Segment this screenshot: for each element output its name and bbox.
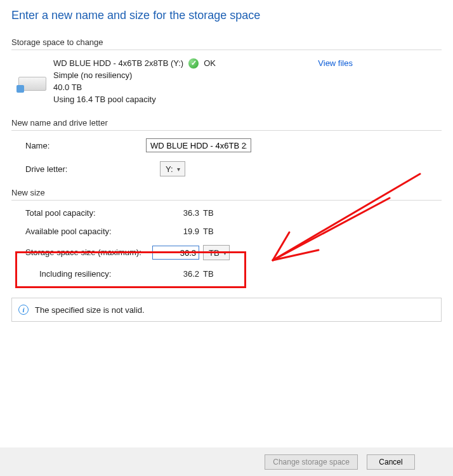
space-capacity: 40.0 TB (53, 82, 442, 94)
checkmark-icon: ✓ (188, 58, 199, 69)
chevron-down-icon: ▾ (177, 166, 180, 173)
info-icon: i (18, 305, 29, 315)
drive-letter-value: Y: (166, 164, 173, 174)
drive-icon (18, 77, 46, 91)
drive-letter-label: Drive letter: (25, 164, 146, 174)
view-files-link[interactable]: View files (318, 58, 353, 70)
including-resiliency-unit: TB (203, 269, 241, 279)
name-label: Name: (25, 141, 146, 150)
drive-letter-select[interactable]: Y: ▾ (160, 161, 185, 176)
space-resiliency: Simple (no resiliency) (53, 70, 442, 82)
name-input[interactable] (146, 138, 251, 152)
divider (11, 200, 442, 201)
divider (11, 50, 442, 50)
space-usage: Using 16.4 TB pool capacity (53, 94, 442, 106)
including-resiliency-value: 36.2 (152, 269, 203, 279)
page-title: Enter a new name and size for the storag… (11, 9, 442, 22)
including-resiliency-label: Including resiliency: (25, 269, 152, 279)
divider (11, 130, 442, 131)
space-status: OK (204, 58, 216, 70)
cancel-button[interactable]: Cancel (367, 454, 415, 470)
change-storage-space-button: Change storage space (265, 454, 358, 470)
total-pool-value: 36.3 (152, 208, 203, 218)
available-pool-unit: TB (203, 227, 241, 236)
max-size-label: Storage space size (maximum): (25, 248, 152, 258)
space-name: WD BLUE HDD - 4x6TB 2x8TB (Y:) (53, 58, 183, 70)
info-text: The specified size is not valid. (35, 305, 145, 315)
section-header-change: Storage space to change (11, 37, 442, 47)
chevron-down-icon: ▾ (223, 249, 226, 256)
info-bar: i The specified size is not valid. (11, 298, 442, 322)
size-unit-value: TB (209, 248, 220, 258)
storage-space-summary: WD BLUE HDD - 4x6TB 2x8TB (Y:) ✓ OK View… (11, 58, 442, 105)
section-header-name: New name and drive letter (11, 118, 442, 128)
max-size-input[interactable] (152, 246, 199, 260)
total-pool-unit: TB (203, 208, 241, 218)
available-pool-value: 19.9 (152, 227, 203, 236)
section-header-size: New size (11, 188, 442, 197)
available-pool-label: Available pool capacity: (25, 227, 152, 236)
total-pool-label: Total pool capacity: (25, 208, 152, 218)
footer-bar: Change storage space Cancel (0, 447, 453, 476)
size-unit-select[interactable]: TB ▾ (203, 245, 230, 260)
